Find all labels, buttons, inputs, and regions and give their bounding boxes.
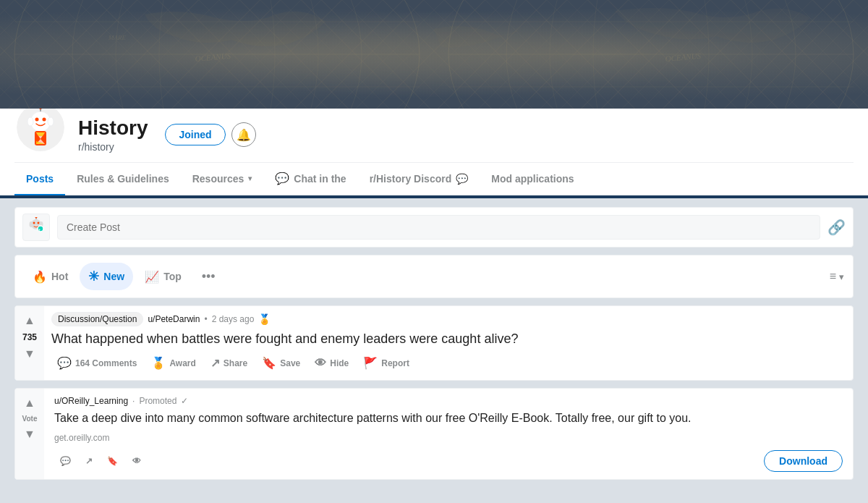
sort-view-toggle[interactable]: ≡ ▾ bbox=[830, 270, 844, 283]
hot-icon: 🔥 bbox=[33, 270, 47, 284]
svg-point-30 bbox=[38, 222, 40, 224]
sort-hot-button[interactable]: 🔥 Hot bbox=[24, 264, 77, 289]
new-icon: ✳ bbox=[88, 269, 99, 284]
promoted-upvote-button[interactable]: ▲ bbox=[21, 394, 38, 412]
tab-posts[interactable]: Posts bbox=[14, 163, 65, 195]
bell-button[interactable]: 🔔 bbox=[231, 122, 256, 147]
award-action-icon: 🏅 bbox=[151, 356, 166, 370]
svg-point-21 bbox=[39, 109, 42, 109]
promoted-url[interactable]: get.oreilly.com bbox=[54, 433, 843, 443]
post-meta: Discussion/Question u/PeteDarwin • 2 day… bbox=[51, 312, 846, 326]
post-card: ▲ 735 ▼ Discussion/Question u/PeteDarwin… bbox=[14, 305, 854, 381]
share-icon: ↗ bbox=[210, 356, 220, 370]
promoted-vote-column: ▲ Vote ▼ bbox=[15, 389, 44, 478]
sort-more-button[interactable]: ••• bbox=[196, 265, 221, 289]
svg-point-19 bbox=[43, 118, 46, 122]
promoted-hide-button[interactable]: 👁 bbox=[127, 452, 147, 470]
svg-point-22 bbox=[27, 117, 33, 126]
svg-text:OCEANUS: OCEANUS bbox=[665, 51, 702, 63]
main-content: + 🔗 🔥 Hot ✳ New 📈 Top ••• ≡ ▾ ▲ 735 ▼ bbox=[0, 198, 868, 489]
promoted-meta: u/OReilly_Learning · Promoted ✓ bbox=[54, 396, 843, 406]
dot-separator: · bbox=[132, 396, 135, 406]
promoted-badge: Promoted bbox=[139, 396, 176, 406]
promoted-actions: 💬 ↗ 🔖 👁 bbox=[54, 452, 147, 470]
svg-text:MARE: MARE bbox=[108, 34, 126, 41]
create-post-input[interactable] bbox=[57, 215, 820, 240]
svg-text:+: + bbox=[38, 227, 41, 232]
promoted-downvote-button[interactable]: ▼ bbox=[21, 426, 38, 443]
subreddit-info: History r/history bbox=[78, 117, 148, 153]
promoted-share-icon: ↗ bbox=[85, 456, 93, 466]
create-post-bar: + 🔗 bbox=[14, 207, 854, 248]
promoted-share-button[interactable]: ↗ bbox=[80, 452, 98, 470]
promoted-title[interactable]: Take a deep dive into many common softwa… bbox=[54, 410, 843, 426]
comment-icon: 💬 bbox=[57, 356, 72, 370]
link-icon[interactable]: 🔗 bbox=[827, 219, 846, 236]
chat-icon: 💬 bbox=[275, 172, 289, 185]
promoted-save-button[interactable]: 🔖 bbox=[101, 452, 124, 470]
comments-button[interactable]: 💬 164 Comments bbox=[51, 352, 142, 374]
sort-bar: 🔥 Hot ✳ New 📈 Top ••• ≡ ▾ bbox=[14, 255, 854, 298]
promoted-comment-icon: 💬 bbox=[60, 456, 71, 466]
post-flair[interactable]: Discussion/Question bbox=[51, 312, 143, 326]
sort-new-button[interactable]: ✳ New bbox=[80, 263, 133, 290]
vote-count: 735 bbox=[22, 332, 37, 342]
share-button[interactable]: ↗ Share bbox=[205, 352, 253, 374]
report-button[interactable]: 🚩 Report bbox=[357, 352, 415, 374]
promoted-body: u/OReilly_Learning · Promoted ✓ Take a d… bbox=[44, 389, 853, 478]
sort-top-button[interactable]: 📈 Top bbox=[136, 264, 190, 289]
sort-view-chevron: ▾ bbox=[839, 271, 844, 282]
award-button[interactable]: 🏅 Award bbox=[145, 352, 201, 374]
post-time-value: 2 days ago bbox=[212, 314, 255, 324]
promoted-save-icon: 🔖 bbox=[107, 456, 118, 466]
subreddit-header: History r/history Joined 🔔 Posts Rules &… bbox=[0, 109, 868, 195]
report-icon: 🚩 bbox=[363, 356, 378, 370]
subreddit-avatar bbox=[14, 101, 67, 153]
award-icon: 🏅 bbox=[258, 313, 271, 325]
subreddit-nav: Posts Rules & Guidelines Resources ▾ 💬 C… bbox=[14, 162, 854, 195]
promoted-card: ▲ Vote ▼ u/OReilly_Learning · Promoted ✓… bbox=[14, 388, 854, 479]
post-author[interactable]: u/PeteDarwin bbox=[148, 314, 200, 324]
upvote-button[interactable]: ▲ bbox=[21, 312, 38, 329]
discord-icon: 💬 bbox=[456, 173, 468, 185]
svg-point-23 bbox=[48, 117, 54, 126]
bell-icon: 🔔 bbox=[237, 128, 251, 142]
hide-button[interactable]: 👁 Hide bbox=[309, 352, 354, 374]
subreddit-banner: OCEANUS MARE OCEANUS bbox=[0, 0, 868, 109]
promoted-hide-icon: 👁 bbox=[132, 456, 141, 466]
verified-icon: ✓ bbox=[181, 396, 188, 406]
svg-point-29 bbox=[33, 222, 35, 224]
vote-column: ▲ 735 ▼ bbox=[15, 306, 44, 380]
joined-button[interactable]: Joined bbox=[165, 124, 225, 145]
tab-chat[interactable]: 💬 Chat in the bbox=[263, 163, 357, 195]
tab-mod-applications[interactable]: Mod applications bbox=[480, 163, 585, 195]
promoted-comments-button[interactable]: 💬 bbox=[54, 452, 77, 470]
svg-point-34 bbox=[35, 217, 38, 219]
download-button[interactable]: Download bbox=[764, 450, 843, 472]
save-button[interactable]: 🔖 Save bbox=[256, 352, 306, 374]
promoted-author[interactable]: u/OReilly_Learning bbox=[54, 396, 128, 406]
tab-resources[interactable]: Resources ▾ bbox=[181, 163, 264, 195]
create-post-avatar: + bbox=[22, 214, 50, 241]
downvote-button[interactable]: ▼ bbox=[21, 345, 38, 363]
chevron-down-icon: ▾ bbox=[248, 174, 252, 182]
post-time: • bbox=[204, 314, 207, 324]
hide-icon: 👁 bbox=[315, 357, 326, 370]
svg-point-18 bbox=[35, 118, 39, 122]
save-icon: 🔖 bbox=[262, 356, 276, 370]
post-body: Discussion/Question u/PeteDarwin • 2 day… bbox=[44, 306, 853, 380]
svg-point-31 bbox=[30, 221, 33, 227]
subreddit-name: History bbox=[78, 117, 148, 140]
post-actions: 💬 164 Comments 🏅 Award ↗ Share 🔖 Save 👁 bbox=[51, 352, 846, 374]
tab-discord[interactable]: r/History Discord 💬 bbox=[358, 163, 480, 195]
svg-text:OCEANUS: OCEANUS bbox=[195, 51, 231, 63]
tab-rules[interactable]: Rules & Guidelines bbox=[65, 163, 181, 195]
top-icon: 📈 bbox=[145, 270, 159, 284]
subreddit-slug: r/history bbox=[78, 141, 148, 153]
view-icon: ≡ bbox=[830, 270, 836, 283]
post-title[interactable]: What happened when battles were fought a… bbox=[51, 331, 846, 347]
promoted-vote-label: Vote bbox=[22, 415, 38, 423]
